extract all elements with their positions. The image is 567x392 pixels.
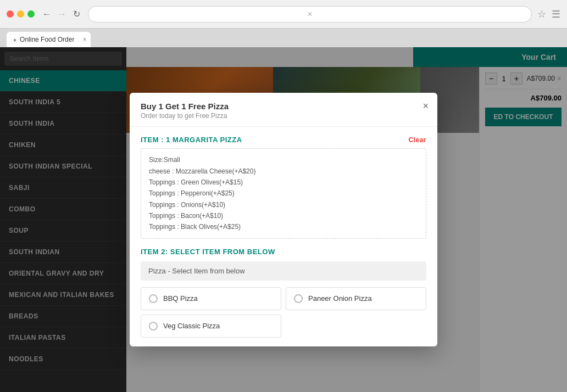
item-detail-line: Toppings : Pepperoni(+A$25) (149, 188, 418, 199)
radio-circle-0 (149, 294, 158, 303)
item2-header-text: ITEM 2: SELECT ITEM FROM BELOW (141, 248, 275, 256)
bookmark-icon[interactable]: ☆ (537, 8, 546, 20)
radio-option-1[interactable]: Paneer Onion Pizza (286, 287, 426, 310)
item1-section-header: ITEM : 1 MARGARITA PIZZA Clear (141, 136, 426, 144)
nav-buttons: ← → ↻ (40, 8, 82, 20)
radio-circle-2 (149, 322, 158, 331)
radio-label-1: Paneer Onion Pizza (308, 294, 372, 303)
close-traffic-light[interactable] (7, 10, 14, 18)
menu-icon[interactable]: ☰ (552, 8, 560, 20)
item-detail-line: Size:Small (149, 154, 418, 165)
radio-option-0[interactable]: BBQ Pizza (141, 287, 281, 310)
tab-bar: ● Online Food Order × (0, 29, 567, 47)
radio-label-2: Veg Classic Pizza (163, 322, 220, 330)
radio-options-grid: BBQ PizzaPaneer Onion PizzaVeg Classic P… (141, 287, 426, 338)
browser-actions: ☆ ☰ (537, 8, 560, 20)
traffic-lights (7, 10, 35, 18)
item-detail-line: Toppings : Bacon(+A$10) (149, 210, 418, 221)
active-tab[interactable]: ● Online Food Order × (7, 32, 91, 47)
item-details: Size:Smallcheese : Mozzarella Cheese(+A$… (149, 154, 418, 233)
modal-title: Buy 1 Get 1 Free Pizza (141, 102, 426, 111)
item1-header-text: ITEM : 1 MARGARITA PIZZA (141, 136, 242, 144)
tab-title: Online Food Order (20, 36, 74, 43)
select-placeholder: Pizza - Select Item from below (141, 261, 426, 281)
minimize-traffic-light[interactable] (17, 10, 24, 18)
item-detail-line: Toppings : Green Olives(+A$15) (149, 177, 418, 188)
item2-section-header: ITEM 2: SELECT ITEM FROM BELOW (141, 248, 426, 256)
item-detail-line: Toppings : Black Olives(+A$25) (149, 221, 418, 232)
modal-dialog: Buy 1 Get 1 Free Pizza Order today to ge… (130, 93, 437, 346)
clear-link[interactable]: Clear (408, 136, 426, 144)
forward-button[interactable]: → (55, 8, 69, 20)
item-detail-line: cheese : Mozzarella Cheese(+A$20) (149, 166, 418, 177)
maximize-traffic-light[interactable] (27, 10, 35, 18)
radio-option-2[interactable]: Veg Classic Pizza (141, 315, 281, 338)
tab-close-button[interactable]: × (82, 36, 86, 43)
radio-label-0: BBQ Pizza (163, 294, 198, 303)
back-button[interactable]: ← (40, 8, 53, 20)
address-bar[interactable]: ✕ (88, 6, 532, 23)
modal-body: ITEM : 1 MARGARITA PIZZA Clear Size:Smal… (130, 127, 437, 346)
browser-chrome: ← → ↻ ✕ ☆ ☰ (0, 0, 567, 29)
modal-overlay[interactable]: Buy 1 Get 1 Free Pizza Order today to ge… (0, 47, 567, 392)
modal-close-button[interactable]: × (423, 100, 429, 112)
item-detail-line: Toppings : Onions(+A$10) (149, 199, 418, 210)
refresh-button[interactable]: ↻ (71, 8, 82, 20)
radio-circle-1 (294, 294, 303, 303)
modal-header: Buy 1 Get 1 Free Pizza Order today to ge… (130, 93, 437, 127)
address-bar-clear: ✕ (307, 10, 313, 18)
item1-details-box: Size:Smallcheese : Mozzarella Cheese(+A$… (141, 148, 426, 239)
modal-subtitle: Order today to get Free Pizza (141, 112, 426, 120)
